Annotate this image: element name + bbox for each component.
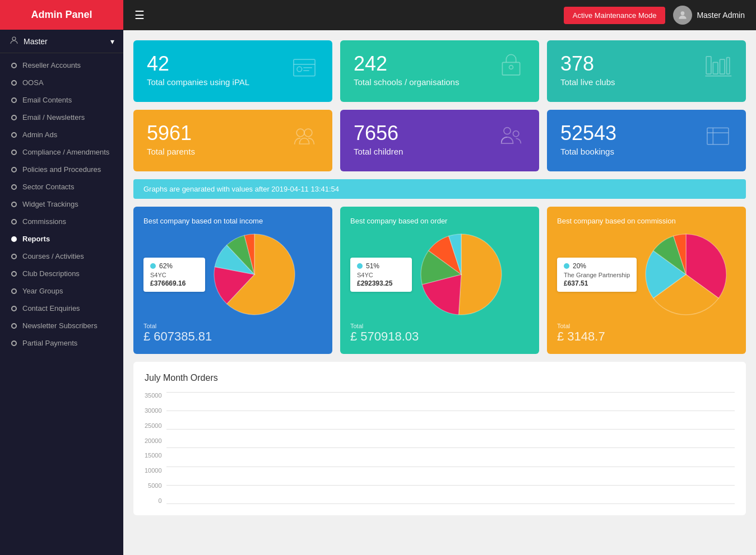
sidebar-item-widget-trackings[interactable]: Widget Trackings <box>0 195 123 213</box>
sidebar-nav: Reseller AccountsOOSAEmail ContentsEmail… <box>0 53 123 555</box>
nav-dot-icon <box>11 236 17 242</box>
bar-chart-area: 35000300002500020000150001000050000 <box>145 392 735 504</box>
sidebar-item-email-newsletters[interactable]: Email / Newsletters <box>0 109 123 126</box>
hamburger-icon[interactable]: ☰ <box>134 8 145 22</box>
svg-rect-11 <box>720 59 725 74</box>
sidebar-item-label: Contact Enquiries <box>22 304 80 313</box>
sidebar-item-admin-ads[interactable]: Admin Ads <box>0 126 123 143</box>
stat-label: Total parents <box>147 147 195 156</box>
svg-point-1 <box>681 11 685 15</box>
sidebar-item-label: Reports <box>22 235 50 243</box>
sidebar-item-label: Commissions <box>22 217 66 226</box>
nav-dot-icon <box>11 63 17 68</box>
stat-number: 5961 <box>147 122 195 144</box>
pie-chart <box>643 232 729 317</box>
legend-company-value: £376669.16 <box>150 279 198 287</box>
chevron-down-icon: ▾ <box>110 37 114 46</box>
stat-label: Total bookings <box>560 147 616 156</box>
y-axis-label: 0 <box>145 497 162 504</box>
legend-dot-icon <box>564 263 569 269</box>
stat-number: 52543 <box>560 122 616 144</box>
sidebar-item-commissions[interactable]: Commissions <box>0 213 123 230</box>
topbar: ☰ Active Maintenance Mode Master Admin <box>123 0 756 30</box>
legend-pct: 62% <box>150 262 198 270</box>
stat-card-text: 52543 Total bookings <box>560 122 616 156</box>
svg-point-14 <box>304 129 312 137</box>
total-label: Total <box>143 323 322 329</box>
legend-company-value: £637.51 <box>564 279 630 287</box>
maintenance-button[interactable]: Active Maintenance Mode <box>564 7 666 24</box>
sidebar-item-courses-activities[interactable]: Courses / Activities <box>0 248 123 265</box>
stat-card: 52543 Total bookings <box>547 110 746 171</box>
svg-rect-10 <box>713 62 718 74</box>
sidebar-item-contact-enquiries[interactable]: Contact Enquiries <box>0 300 123 317</box>
sidebar-item-sector-contacts[interactable]: Sector Contacts <box>0 178 123 195</box>
y-axis: 35000300002500020000150001000050000 <box>145 392 162 504</box>
y-axis-label: 5000 <box>145 482 162 489</box>
sidebar-item-club-descriptions[interactable]: Club Descriptions <box>0 265 123 282</box>
stat-icon <box>290 122 319 156</box>
legend-pct-text: 51% <box>366 262 379 270</box>
sidebar-item-label: Email / Newsletters <box>22 113 85 122</box>
sidebar-item-oosa[interactable]: OOSA <box>0 74 123 91</box>
legend-pct-text: 20% <box>573 262 586 270</box>
stat-card-text: 242 Total schools / organisations <box>354 53 459 87</box>
sidebar-item-partial-payments[interactable]: Partial Payments <box>0 334 123 352</box>
sidebar-item-policies-procedures[interactable]: Policies and Procedures <box>0 161 123 178</box>
sidebar-item-label: Newsletter Subscribers <box>22 321 98 330</box>
sidebar-item-label: Policies and Procedures <box>22 165 101 174</box>
stat-card: 42 Total companies using iPAL <box>133 40 332 102</box>
stat-number: 42 <box>147 53 249 75</box>
chart-legend: 51% S4YC £292393.25 <box>350 258 412 292</box>
nav-dot-icon <box>11 115 17 120</box>
master-section[interactable]: Master ▾ <box>0 30 123 53</box>
stat-icon <box>703 53 732 86</box>
chart-legend: 20% The Grange Partnership £637.51 <box>557 258 637 292</box>
stat-number: 378 <box>560 53 615 75</box>
sidebar-item-label: Sector Contacts <box>22 183 75 191</box>
stat-label: Total children <box>354 147 403 156</box>
stat-card-text: 42 Total companies using iPAL <box>147 53 249 87</box>
sidebar-item-label: Email Contents <box>22 96 72 104</box>
sidebar-item-email-contents[interactable]: Email Contents <box>0 91 123 109</box>
nav-dot-icon <box>11 184 17 190</box>
sidebar-item-reports[interactable]: Reports <box>0 230 123 248</box>
nav-dot-icon <box>11 306 17 311</box>
y-axis-label: 15000 <box>145 452 162 459</box>
legend-company-name: S4YC <box>150 272 198 278</box>
sidebar: Admin Panel Master ▾ Reseller AccountsOO… <box>0 0 123 555</box>
sidebar-item-reseller-accounts[interactable]: Reseller Accounts <box>0 57 123 74</box>
sidebar-item-label: Year Groups <box>22 287 63 295</box>
nav-dot-icon <box>11 341 17 346</box>
nav-dot-icon <box>11 97 17 103</box>
sidebar-item-newsletter-subscribers[interactable]: Newsletter Subscribers <box>0 317 123 334</box>
y-axis-label: 30000 <box>145 407 162 414</box>
stat-number: 7656 <box>354 122 403 144</box>
nav-dot-icon <box>11 254 17 259</box>
master-icon <box>9 35 19 47</box>
total-label: Total <box>557 323 736 329</box>
legend-dot-icon <box>357 263 363 269</box>
stat-card-text: 378 Total live clubs <box>560 53 615 87</box>
chart-body: 51% S4YC £292393.25 <box>350 232 529 317</box>
stat-card: 378 Total live clubs <box>547 40 746 102</box>
legend-pct-text: 62% <box>159 262 173 270</box>
sidebar-item-compliance-amendments[interactable]: Compliance / Amendments <box>0 143 123 161</box>
y-axis-label: 35000 <box>145 392 162 399</box>
chart-total: Total £ 570918.03 <box>350 317 529 344</box>
user-name: Master Admin <box>697 11 745 20</box>
nav-dot-icon <box>11 323 17 329</box>
nav-dot-icon <box>11 80 17 86</box>
pie-chart <box>212 232 297 317</box>
chart-total: Total £ 607385.81 <box>143 317 322 344</box>
chart-body: 62% S4YC £376669.16 <box>143 232 322 317</box>
stat-label: Total companies using iPAL <box>147 77 249 87</box>
main-area: ☰ Active Maintenance Mode Master Admin 4… <box>123 0 756 555</box>
sidebar-item-year-groups[interactable]: Year Groups <box>0 282 123 300</box>
info-banner: Graphs are genarated with values after 2… <box>133 179 746 199</box>
sidebar-item-label: Partial Payments <box>22 339 77 347</box>
legend-dot-icon <box>150 263 156 269</box>
pie-chart <box>419 232 504 317</box>
svg-rect-9 <box>706 57 711 74</box>
svg-rect-17 <box>707 128 729 144</box>
